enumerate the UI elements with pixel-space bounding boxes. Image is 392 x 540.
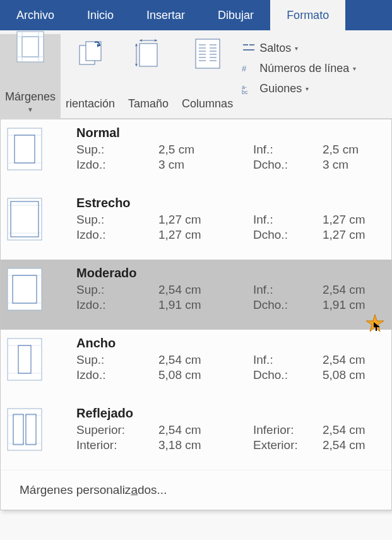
svg-marker-11 — [140, 39, 142, 42]
preset-key-left: Izdo.: — [76, 158, 158, 172]
tab-dibujar[interactable]: Dibujar — [201, 0, 270, 30]
size-icon — [134, 38, 162, 69]
preset-val-top: 2,54 cm — [158, 283, 253, 297]
preset-title: Ancho — [76, 336, 379, 351]
preset-val-bottom: 2,54 cm — [323, 353, 379, 367]
orientation-icon — [76, 38, 105, 69]
orientation-label: rientación — [66, 98, 115, 111]
margin-preset-ancho[interactable]: AnchoSup.:2,54 cmInf.:2,54 cmIzdo.:5,08 … — [1, 330, 391, 400]
preset-key-bottom: Inf.: — [253, 143, 323, 157]
size-label: Tamaño — [128, 98, 169, 111]
chevron-down-icon: ▾ — [353, 65, 356, 72]
svg-rect-49 — [8, 339, 42, 380]
preset-val-top: 2,5 cm — [158, 143, 253, 157]
svg-rect-53 — [8, 409, 42, 450]
custom-margins-post: dos... — [138, 483, 167, 496]
svg-marker-14 — [135, 44, 138, 46]
ribbon-tabs: Archivo Inicio Insertar Dibujar Formato — [0, 0, 392, 30]
ribbon-panel: Márgenes ▼ rientación Tamaño Columnas Sa… — [0, 30, 392, 119]
margins-label: Márgenes — [5, 91, 56, 104]
preset-val-top: 2,54 cm — [158, 423, 253, 437]
tab-inicio[interactable]: Inicio — [71, 0, 130, 30]
breaks-icon — [242, 42, 256, 54]
breaks-button[interactable]: Saltos ▾ — [242, 39, 356, 57]
preset-key-left: Izdo.: — [76, 368, 158, 382]
custom-margins-pre: Márgenes personaliz — [20, 483, 131, 496]
preset-thumb-icon — [7, 408, 42, 451]
preset-thumb-icon — [7, 268, 42, 311]
preset-key-top: Superior: — [76, 423, 158, 437]
preset-title: Estrecho — [76, 196, 379, 210]
columns-button[interactable]: Columnas — [177, 34, 238, 118]
svg-marker-47 — [366, 315, 384, 332]
svg-rect-39 — [8, 198, 42, 240]
chevron-down-icon: ▾ — [295, 45, 298, 52]
line-numbers-label: Números de línea — [259, 62, 349, 75]
margin-preset-estrecho[interactable]: EstrechoSup.:1,27 cmInf.:1,27 cmIzdo.:1,… — [1, 189, 391, 260]
svg-marker-12 — [155, 39, 157, 42]
preset-val-top: 1,27 cm — [158, 213, 253, 227]
preset-key-top: Sup.: — [76, 143, 158, 157]
preset-val-left: 5,08 cm — [158, 368, 253, 382]
preset-key-bottom: Inf.: — [253, 283, 323, 297]
preset-key-top: Sup.: — [76, 353, 158, 367]
chevron-down-icon: ▼ — [27, 106, 33, 113]
hyphenation-button[interactable]: a-bc Guiones ▾ — [242, 80, 356, 97]
preset-val-right: 3 cm — [323, 158, 379, 172]
preset-val-right: 2,54 cm — [323, 438, 379, 452]
preset-val-left: 1,91 cm — [158, 298, 253, 312]
columns-icon — [195, 38, 220, 69]
preset-val-right: 5,08 cm — [323, 368, 379, 382]
preset-val-left: 3,18 cm — [158, 438, 253, 452]
preset-key-top: Sup.: — [76, 283, 158, 297]
margins-button[interactable]: Márgenes ▼ — [0, 34, 61, 118]
custom-margins-underline: a — [131, 483, 138, 496]
line-numbers-button[interactable]: # Números de línea ▾ — [242, 59, 356, 77]
breaks-label: Saltos — [259, 42, 291, 55]
preset-title: Reflejado — [76, 406, 379, 421]
preset-key-bottom: Inferior: — [253, 423, 323, 437]
margins-dropdown: NormalSup.:2,5 cmInf.:2,5 cmIzdo.:3 cmDc… — [0, 119, 392, 510]
preset-val-bottom: 2,5 cm — [323, 143, 379, 157]
preset-val-right: 1,27 cm — [323, 228, 379, 242]
svg-rect-9 — [140, 44, 157, 66]
preset-key-left: Interior: — [76, 438, 158, 452]
preset-val-bottom: 1,27 cm — [323, 213, 379, 227]
preset-val-bottom: 2,54 cm — [323, 283, 379, 297]
orientation-button[interactable]: rientación — [61, 34, 120, 118]
custom-margins-item[interactable]: Márgenes personalizados... — [1, 470, 391, 510]
preset-key-bottom: Inf.: — [253, 353, 323, 367]
preset-val-right: 1,91 cm — [323, 298, 379, 312]
size-button[interactable]: Tamaño — [120, 34, 177, 118]
line-numbers-icon: # — [242, 63, 256, 74]
chevron-down-icon: ▾ — [306, 85, 309, 92]
preset-key-left: Izdo.: — [76, 298, 158, 312]
tab-archivo[interactable]: Archivo — [0, 0, 71, 30]
svg-marker-15 — [135, 64, 138, 66]
preset-key-right: Dcho.: — [253, 228, 323, 242]
preset-val-bottom: 2,54 cm — [323, 423, 379, 437]
svg-rect-7 — [86, 42, 101, 61]
margin-preset-normal[interactable]: NormalSup.:2,5 cmInf.:2,5 cmIzdo.:3 cmDc… — [1, 119, 391, 189]
preset-thumb-icon — [7, 198, 42, 241]
hyphenation-icon: a-bc — [242, 83, 256, 94]
margin-preset-reflejado[interactable]: ReflejadoSuperior:2,54 cmInferior:2,54 c… — [1, 400, 391, 470]
svg-text:bc: bc — [242, 89, 248, 94]
svg-rect-0 — [17, 32, 44, 62]
preset-key-right: Dcho.: — [253, 158, 323, 172]
preset-val-left: 3 cm — [158, 158, 253, 172]
svg-rect-35 — [8, 128, 42, 170]
preset-key-top: Sup.: — [76, 213, 158, 227]
preset-key-left: Izdo.: — [76, 228, 158, 242]
preset-key-bottom: Inf.: — [253, 213, 323, 227]
svg-rect-16 — [196, 39, 220, 68]
preset-key-right: Dcho.: — [253, 298, 323, 312]
margin-preset-moderado[interactable]: ModeradoSup.:2,54 cmInf.:2,54 cmIzdo.:1,… — [1, 260, 391, 330]
tab-insertar[interactable]: Insertar — [130, 0, 201, 30]
svg-text:#: # — [242, 64, 247, 73]
preset-thumb-icon — [7, 128, 42, 171]
tab-formato[interactable]: Formato — [270, 0, 345, 30]
preset-key-right: Dcho.: — [253, 368, 323, 382]
preset-key-right: Exterior: — [253, 438, 323, 452]
margins-icon — [16, 31, 44, 63]
